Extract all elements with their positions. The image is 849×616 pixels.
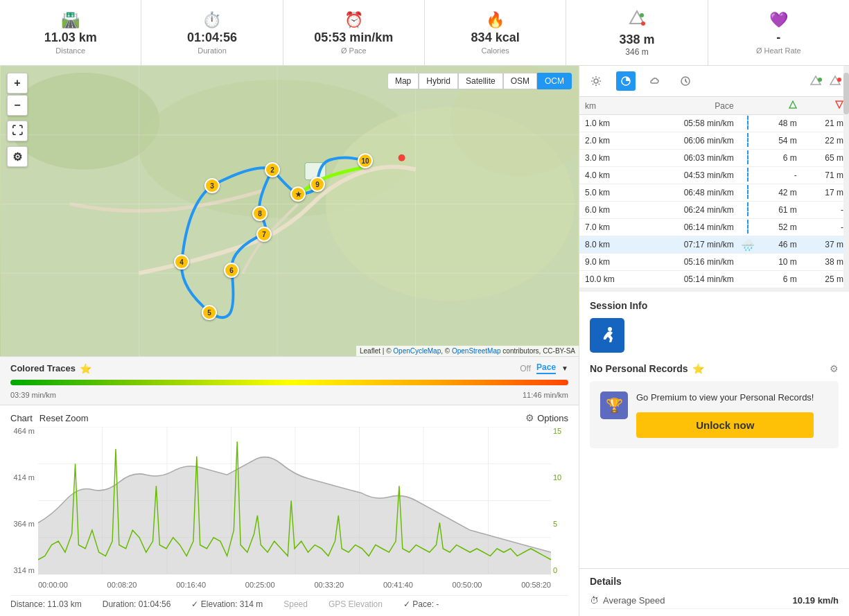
waypoint-8: 8 xyxy=(252,206,268,221)
fullscreen-button[interactable]: ⛶ xyxy=(7,121,28,141)
col-elev-down xyxy=(803,97,849,115)
svg-point-4 xyxy=(8,73,159,170)
trace-controls: Off Pace ▼ xyxy=(520,362,568,374)
pace-value: 05:53 min/km xyxy=(314,30,393,45)
pace-info: ✓ Pace: - xyxy=(403,599,439,609)
distance-label: Distance xyxy=(55,46,85,55)
chart-header: Chart Reset Zoom ⚙ Options xyxy=(10,412,568,423)
duration-label: Duration xyxy=(198,46,227,55)
heartrate-icon: 💜 xyxy=(769,11,788,29)
map-container[interactable]: ★ 2 3 4 5 6 7 8 9 10 + − ⛶ ⚙ Map Hyb xyxy=(0,66,579,357)
colored-traces-header: Colored Traces ⭐ xyxy=(10,363,91,374)
pace-icon: ⏰ xyxy=(344,11,363,29)
pace-toggle[interactable]: Pace xyxy=(536,362,556,374)
session-info-panel: Session Info No Personal Records ⭐ ⚙ xyxy=(579,292,849,568)
tile-ocm[interactable]: OCM xyxy=(537,73,572,89)
chart-panel: Chart Reset Zoom ⚙ Options 464 m 414 m 3… xyxy=(0,405,579,616)
dropdown-arrow-icon[interactable]: ▼ xyxy=(561,364,568,372)
col-sep xyxy=(739,97,756,115)
pace-labels: 03:39 min/km 11:46 min/km xyxy=(10,391,568,399)
svg-point-32 xyxy=(818,78,822,82)
heartrate-value: - xyxy=(776,30,780,45)
main-content: ★ 2 3 4 5 6 7 8 9 10 + − ⛶ ⚙ Map Hyb xyxy=(0,66,849,616)
zoom-out-button[interactable]: − xyxy=(7,95,28,116)
waypoint-4: 4 xyxy=(174,254,189,270)
elevation-check-icon: ✓ xyxy=(191,599,200,609)
top-bar: 🛣️ 11.03 km Distance ⏱️ 01:04:56 Duratio… xyxy=(0,0,849,66)
session-info-title: Session Info xyxy=(590,300,839,311)
waypoint-2: 2 xyxy=(265,162,280,177)
waypoint-10: 10 xyxy=(358,153,373,168)
zoom-in-button[interactable]: + xyxy=(7,73,28,94)
table-row: 6.0 km06:24 min/km61 m- xyxy=(579,202,849,219)
colored-traces-bar: Colored Traces ⭐ Off Pace ▼ 03:39 min/km… xyxy=(0,357,579,405)
stat-pace: ⏰ 05:53 min/km Ø Pace xyxy=(283,0,425,65)
waypoint-3: 3 xyxy=(204,178,220,193)
pace-label: Ø Pace xyxy=(341,46,367,55)
map-controls: + − ⛶ ⚙ xyxy=(7,73,28,167)
premium-text: Go Premium to view your Personal Records… xyxy=(636,391,814,404)
laps-scrollbar[interactable] xyxy=(843,66,849,288)
table-row: 4.0 km04:53 min/km-71 m xyxy=(579,167,849,184)
tile-osm[interactable]: OSM xyxy=(503,73,537,89)
tile-map[interactable]: Map xyxy=(387,73,419,89)
duration-value: 01:04:56 xyxy=(187,30,237,45)
table-row: 2.0 km06:06 min/km54 m22 m xyxy=(579,132,849,150)
gradient-bar xyxy=(10,380,568,385)
map-settings-button[interactable]: ⚙ xyxy=(7,146,28,167)
chart-y-right: 15 10 5 0 xyxy=(551,427,568,574)
calories-label: Calories xyxy=(481,46,509,55)
svg-point-37 xyxy=(608,327,612,331)
svg-point-28 xyxy=(594,79,598,83)
off-toggle[interactable]: Off xyxy=(520,364,531,373)
svg-point-2 xyxy=(641,21,645,26)
tab-cloud-button[interactable] xyxy=(646,71,665,91)
pr-title: No Personal Records ⭐ xyxy=(590,363,704,374)
distance-info: Distance: 11.03 km xyxy=(10,599,82,609)
col-km: km xyxy=(579,97,643,115)
detail-row-speed: ⏱ Average Speed 10.19 km/h xyxy=(590,592,839,609)
unlock-now-button[interactable]: Unlock now xyxy=(636,412,814,438)
laps-header xyxy=(579,66,849,97)
min-pace: 03:39 min/km xyxy=(10,391,56,399)
speed-info: Speed xyxy=(283,599,308,609)
calories-icon: 🔥 xyxy=(486,11,505,29)
pace-check-icon: ✓ xyxy=(403,599,412,609)
options-button[interactable]: ⚙ Options xyxy=(525,412,568,423)
options-gear-icon: ⚙ xyxy=(525,412,534,423)
detail-speed-label: ⏱ Average Speed xyxy=(590,595,665,606)
pr-gear-icon[interactable]: ⚙ xyxy=(830,363,839,374)
personal-records-header: No Personal Records ⭐ ⚙ xyxy=(590,363,839,374)
chart-svg-container xyxy=(38,427,551,574)
colored-traces-star-icon: ⭐ xyxy=(80,363,91,374)
trophy-icon: 🏆 xyxy=(600,391,628,419)
col-elev-up xyxy=(756,97,803,115)
waypoint-9: 9 xyxy=(310,177,325,192)
stat-distance: 🛣️ 11.03 km Distance xyxy=(0,0,141,65)
colored-traces-title: Colored Traces xyxy=(10,363,76,373)
tab-pie-button[interactable] xyxy=(616,71,636,91)
elevation-sub: 346 m xyxy=(625,47,648,57)
elevation-value: 338 m xyxy=(619,33,654,47)
svg-point-1 xyxy=(640,13,644,17)
pr-title-text: No Personal Records xyxy=(590,363,688,374)
options-label: Options xyxy=(537,413,568,423)
tab-settings-button[interactable] xyxy=(586,71,606,91)
detail-speed-value: 10.19 km/h xyxy=(793,595,839,606)
table-row: 9.0 km05:16 min/km10 m38 m xyxy=(579,254,849,271)
pr-star-icon: ⭐ xyxy=(692,363,704,374)
waypoint-7: 7 xyxy=(256,227,272,242)
reset-zoom-button[interactable]: Reset Zoom xyxy=(40,413,89,423)
stat-duration: ⏱️ 01:04:56 Duration xyxy=(141,0,283,65)
waypoint-star: ★ xyxy=(290,186,306,202)
svg-point-34 xyxy=(837,78,841,82)
table-row: 7.0 km06:14 min/km52 m- xyxy=(579,219,849,236)
details-title: Details xyxy=(590,576,839,587)
tile-hybrid[interactable]: Hybrid xyxy=(419,73,458,89)
laps-table: km Pace 1.0 km05:58 min/km48 m21 m2.0 km… xyxy=(579,97,849,288)
chart-y-left: 464 m 414 m 364 m 314 m xyxy=(10,427,38,574)
tile-satellite[interactable]: Satellite xyxy=(458,73,503,89)
tab-clock-button[interactable] xyxy=(676,71,695,91)
right-panel: km Pace 1.0 km05:58 min/km48 m21 m2.0 km… xyxy=(579,66,849,616)
table-row: 5.0 km06:48 min/km42 m17 m xyxy=(579,184,849,202)
